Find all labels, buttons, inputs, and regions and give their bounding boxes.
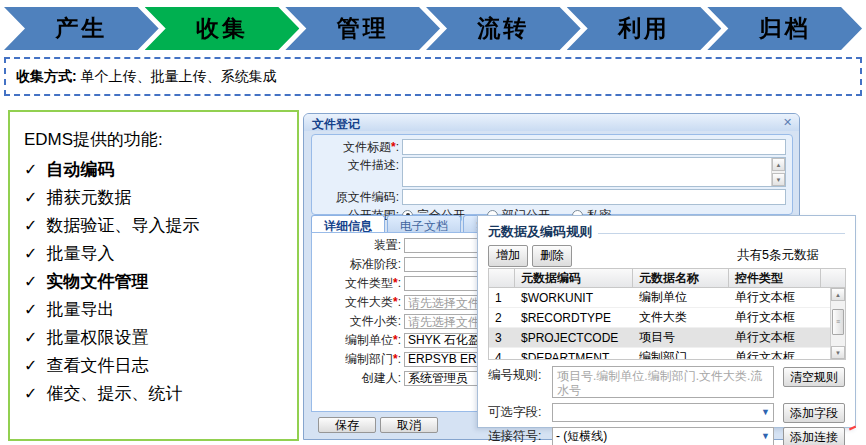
metadata-panel-title: 元数据及编码规则 — [488, 223, 592, 241]
file-major-label: 文件大类*: — [312, 294, 404, 311]
banner-label: 收集方式: — [16, 68, 77, 86]
add-field-button[interactable]: 添加字段 — [783, 403, 845, 423]
file-desc-label: 文件描述: — [312, 157, 402, 173]
work-unit-label: 编制单位*: — [312, 332, 404, 349]
list-item: ✓查看文件日志 — [24, 352, 291, 380]
list-item: ✓数据验证、导入提示 — [24, 212, 291, 240]
list-item: ✓批量权限设置 — [24, 324, 291, 352]
numbering-rule-textarea[interactable]: 项目号.编制单位.编制部门.文件大类.流水号 — [552, 366, 774, 398]
list-item: ✓捕获元数据 — [24, 184, 291, 212]
flow-step-archive: 归档 — [707, 7, 862, 50]
table-scrollbar[interactable]: ▲ ≡ ▼ — [830, 288, 845, 359]
table-header: 元数据编码 元数据名称 控件类型 — [489, 269, 845, 288]
clear-rule-button[interactable]: 清空规则 — [783, 367, 845, 387]
flow-step-produce: 产生 — [4, 7, 159, 50]
optional-field-label: 可选字段: — [488, 403, 552, 422]
department-label: 编制部门*: — [312, 351, 404, 368]
optional-field-select[interactable]: ▼ — [552, 403, 774, 422]
check-icon: ✓ — [24, 273, 37, 290]
metadata-table: 元数据编码 元数据名称 控件类型 1 $WORKUNIT 编制单位 单行文本框 … — [488, 268, 846, 360]
dialog-titlebar[interactable]: 文件登记 ✕ — [304, 114, 799, 131]
col-code: 元数据编码 — [515, 269, 633, 287]
scroll-down-icon[interactable]: ▼ — [831, 346, 845, 359]
file-title-input[interactable] — [402, 139, 786, 155]
device-label: 装置: — [312, 237, 404, 254]
dialog-title: 文件登记 — [312, 117, 360, 131]
standard-stage-label: 标准阶段: — [312, 256, 404, 273]
divider — [598, 233, 845, 234]
check-icon: ✓ — [24, 357, 37, 374]
connector-label: 连接符号: — [488, 427, 552, 445]
tab-detail-info[interactable]: 详细信息 — [311, 215, 385, 233]
flow-step-utilize: 利用 — [567, 7, 722, 50]
edms-features-panel: EDMS提供的功能: ✓自动编码 ✓捕获元数据 ✓数据验证、导入提示 ✓批量导入… — [8, 110, 299, 441]
features-list: ✓自动编码 ✓捕获元数据 ✓数据验证、导入提示 ✓批量导入 ✓实物文件管理 ✓批… — [24, 156, 291, 408]
scroll-up-icon[interactable]: ▲ — [772, 158, 785, 171]
list-item: ✓批量导出 — [24, 296, 291, 324]
table-row-selected[interactable]: 3 $PROJECTCODE 项目号 单行文本框 — [489, 328, 845, 348]
list-item: ✓批量导入 — [24, 240, 291, 268]
scroll-up-icon[interactable]: ▲ — [831, 288, 845, 301]
check-icon: ✓ — [24, 245, 37, 262]
scroll-down-icon[interactable]: ▼ — [772, 173, 785, 186]
check-icon: ✓ — [24, 189, 37, 206]
check-icon: ✓ — [24, 329, 37, 346]
file-minor-label: 文件小类: — [312, 313, 404, 330]
col-name: 元数据名称 — [633, 269, 729, 287]
chevron-down-icon[interactable]: ▼ — [761, 407, 770, 417]
delete-button[interactable]: 删除 — [532, 245, 572, 267]
tab-electronic-doc[interactable]: 电子文档 — [387, 215, 461, 233]
list-item: ✓自动编码 — [24, 156, 291, 184]
flow-step-collect: 收集 — [145, 7, 300, 50]
check-icon: ✓ — [24, 301, 37, 318]
check-icon: ✓ — [24, 385, 37, 402]
metadata-rules-panel: 元数据及编码规则 增加 删除 共有5条元数据 元数据编码 元数据名称 控件类型 … — [477, 215, 856, 428]
cancel-button[interactable]: 取消 — [380, 417, 438, 433]
flow-step-circulate: 流转 — [426, 7, 581, 50]
slide-canvas: 产生 收集 管理 流转 利用 归档 收集方式: 单个上传、批量上传、系统集成 E… — [0, 0, 866, 445]
list-item: ✓实物文件管理 — [24, 268, 291, 296]
collection-method-banner: 收集方式: 单个上传、批量上传、系统集成 — [4, 57, 862, 96]
process-flow: 产生 收集 管理 流转 利用 归档 — [4, 7, 862, 50]
metadata-count: 共有5条元数据 — [737, 247, 845, 264]
creator-label: 创建人: — [312, 370, 404, 387]
file-type-label: 文件类型*: — [312, 275, 404, 292]
flow-step-manage: 管理 — [285, 7, 440, 50]
features-title: EDMS提供的功能: — [24, 128, 291, 151]
table-row[interactable]: 2 $RECORDTYPE 文件大类 单行文本框 — [489, 308, 845, 328]
table-row[interactable]: 4 $DEPARTMENT 编制部门 单行文本框 — [489, 348, 845, 360]
check-icon: ✓ — [24, 217, 37, 234]
dialog-top-form: 文件标题*: 文件描述: ▲ ▼ 原文件编码: 公开范围: 完全公开 部 — [311, 134, 793, 215]
list-item: ✓催交、提示、统计 — [24, 380, 291, 408]
scrollbar-thumb[interactable]: ≡ — [832, 309, 844, 335]
file-desc-textarea[interactable]: ▲ ▼ — [402, 157, 786, 187]
chevron-down-icon[interactable]: ▼ — [761, 431, 770, 441]
file-title-label: 文件标题*: — [312, 139, 402, 155]
banner-text: 单个上传、批量上传、系统集成 — [81, 68, 277, 86]
orig-code-input[interactable] — [402, 189, 786, 205]
close-icon[interactable]: ✕ — [781, 116, 794, 129]
add-connector-button[interactable]: 添加连接 — [783, 427, 845, 445]
col-control: 控件类型 — [729, 269, 821, 287]
save-button[interactable]: 保存 — [318, 417, 376, 433]
check-icon: ✓ — [24, 161, 37, 178]
textarea-scrollbar[interactable]: ▲ ▼ — [771, 158, 785, 186]
table-row[interactable]: 1 $WORKUNIT 编制单位 单行文本框 — [489, 288, 845, 308]
connector-select[interactable]: - (短横线) ▼ — [552, 427, 774, 445]
add-button[interactable]: 增加 — [488, 245, 528, 267]
numbering-rule-label: 编号规则: — [488, 366, 552, 385]
orig-code-label: 原文件编码: — [312, 189, 402, 205]
